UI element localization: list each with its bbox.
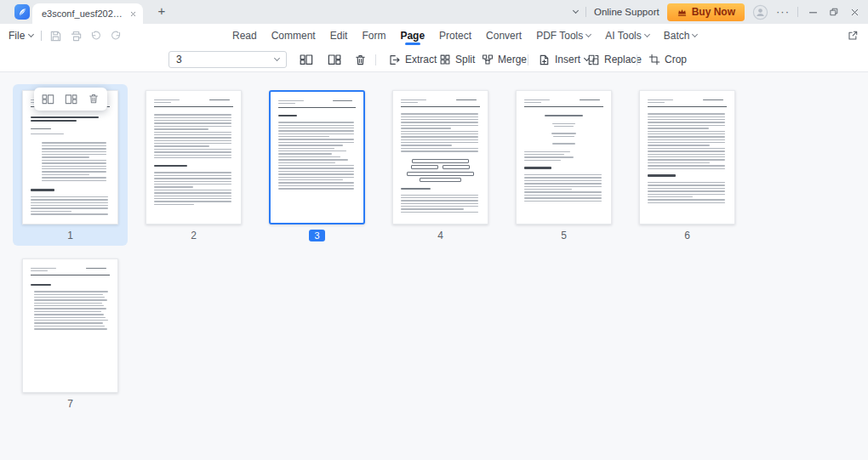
- extract-button[interactable]: Extract: [388, 48, 437, 71]
- page-toolbar: 3 Extract Split Merge Insert Replace Cro…: [0, 48, 868, 72]
- buy-now-button[interactable]: Buy Now: [667, 3, 745, 21]
- menu-tab[interactable]: PDF Tools: [536, 24, 591, 48]
- page-number-value: 3: [176, 54, 182, 65]
- page-number-label: 6: [630, 229, 745, 244]
- menu-tab[interactable]: Batch: [664, 24, 698, 48]
- delete-page-button[interactable]: [354, 48, 367, 71]
- insert-page-after-button[interactable]: [328, 48, 341, 71]
- page-preview[interactable]: [639, 90, 735, 224]
- menu-tab-label: PDF Tools: [536, 30, 583, 42]
- crop-icon: [648, 54, 660, 65]
- divider: [797, 7, 798, 17]
- menu-tab-label: Page: [400, 30, 425, 42]
- crop-label: Crop: [665, 54, 687, 65]
- menu-items: Read Comment Edit Form Page Protect Conv…: [232, 24, 697, 48]
- menu-tab-label: Edit: [330, 30, 348, 42]
- page-preview-content: [648, 98, 727, 217]
- page-number-label: 7: [13, 397, 128, 412]
- file-menu[interactable]: File: [9, 30, 33, 42]
- crown-icon: [677, 7, 688, 18]
- merge-button[interactable]: Merge: [482, 48, 527, 71]
- chevron-down-icon: [28, 31, 34, 37]
- tab-close-icon[interactable]: [129, 10, 137, 18]
- menu-tab-label: Comment: [271, 30, 316, 42]
- page-number-label: 1: [13, 229, 128, 244]
- more-options-button[interactable]: ···: [776, 8, 790, 16]
- buy-now-label: Buy Now: [692, 6, 735, 18]
- open-in-new-window-icon[interactable]: [847, 30, 859, 42]
- split-icon: [439, 54, 451, 65]
- page-preview-content: [524, 98, 603, 217]
- insert-icon: [538, 54, 551, 66]
- menu-tab[interactable]: Edit: [330, 24, 348, 48]
- restore-button[interactable]: [829, 7, 839, 17]
- minimize-button[interactable]: [808, 7, 819, 18]
- insert-button[interactable]: Insert: [538, 48, 589, 71]
- divider: [637, 54, 637, 65]
- new-tab-button[interactable]: +: [155, 4, 168, 19]
- menu-bar: File Read Comment Edit Form Page Protect…: [0, 24, 868, 48]
- page-thumbnail[interactable]: 3: [260, 84, 374, 246]
- page-preview[interactable]: [269, 90, 365, 224]
- page-thumbnail[interactable]: 6: [630, 84, 745, 246]
- page-preview[interactable]: [22, 258, 118, 393]
- titlebar-right-controls: Online Support Buy Now ···: [574, 0, 860, 24]
- page-preview[interactable]: [516, 90, 612, 224]
- menu-tab-label: Read: [232, 30, 257, 42]
- insert-page-after-icon[interactable]: [65, 93, 77, 105]
- user-avatar-icon[interactable]: [752, 4, 768, 20]
- replace-button[interactable]: Replace: [587, 48, 642, 71]
- online-support-link[interactable]: Online Support: [594, 7, 660, 17]
- crop-button[interactable]: Crop: [648, 48, 687, 71]
- page-thumbnail[interactable]: 4: [383, 84, 498, 246]
- menu-tab-label: Form: [362, 30, 385, 42]
- close-button[interactable]: [849, 7, 860, 18]
- menu-tab[interactable]: Page: [400, 24, 425, 48]
- split-button[interactable]: Split: [439, 48, 475, 71]
- page-preview-content: [154, 98, 233, 217]
- menu-tab[interactable]: Read: [232, 24, 257, 48]
- save-button[interactable]: [49, 30, 62, 43]
- undo-button[interactable]: [90, 30, 102, 42]
- file-menu-label: File: [9, 30, 25, 42]
- page-number-label: 2: [136, 229, 251, 244]
- page-preview-content: [278, 99, 356, 216]
- menu-tab[interactable]: Comment: [271, 24, 316, 48]
- menu-tab-label: Convert: [486, 30, 522, 42]
- redo-button[interactable]: [110, 30, 122, 42]
- page-number-combobox[interactable]: 3: [168, 51, 287, 68]
- merge-icon: [482, 54, 494, 65]
- page-thumbnail[interactable]: 2: [136, 84, 251, 246]
- menu-tab[interactable]: Convert: [486, 24, 522, 48]
- insert-label: Insert: [555, 54, 580, 65]
- menu-tab-label: Protect: [439, 30, 471, 42]
- menu-tab[interactable]: Form: [362, 24, 385, 48]
- replace-icon: [587, 54, 600, 66]
- chevron-down-icon: [274, 55, 280, 61]
- document-tab[interactable]: e3sconf_uesf2023_09003: [32, 3, 143, 24]
- thumbnail-panel: 1 2 3 4 5 6 7: [0, 72, 868, 460]
- page-preview-content: [31, 98, 110, 217]
- chevron-down-icon: [585, 31, 591, 37]
- divider: [585, 7, 586, 17]
- page-preview-content: [31, 266, 110, 385]
- page-thumbnail[interactable]: 7: [13, 253, 128, 414]
- insert-page-before-button[interactable]: [300, 48, 313, 71]
- menu-tab[interactable]: AI Tools: [605, 24, 648, 48]
- page-thumbnail[interactable]: 1: [13, 84, 128, 246]
- page-preview[interactable]: [146, 90, 242, 224]
- page-thumbnail[interactable]: 5: [506, 84, 621, 246]
- thumbnail-hover-toolbar: [34, 88, 107, 111]
- print-button[interactable]: [70, 30, 83, 43]
- extract-label: Extract: [405, 54, 437, 65]
- page-preview[interactable]: [22, 90, 118, 224]
- page-number-label: 3: [260, 229, 374, 244]
- chevron-down-icon[interactable]: [573, 8, 579, 14]
- delete-page-icon[interactable]: [88, 93, 100, 105]
- page-number-label: 4: [383, 229, 498, 244]
- thumbnail-grid: 1 2 3 4 5 6 7: [13, 84, 762, 421]
- menu-tab[interactable]: Protect: [439, 24, 471, 48]
- insert-page-before-icon[interactable]: [42, 93, 54, 105]
- page-preview[interactable]: [392, 90, 488, 224]
- divider: [528, 54, 528, 65]
